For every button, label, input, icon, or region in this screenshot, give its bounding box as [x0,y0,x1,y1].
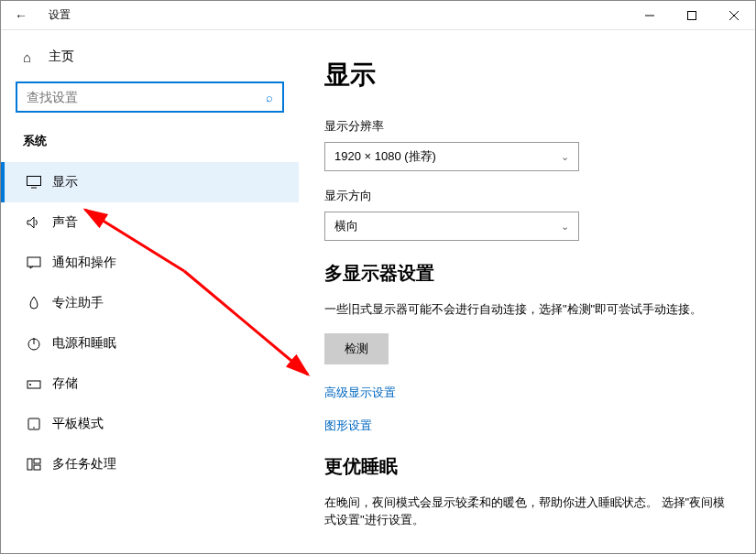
sleep-heading: 更优睡眠 [324,454,729,479]
sidebar-item-home[interactable]: ⌂ 主页 [1,39,299,74]
sidebar-item-tablet[interactable]: 平板模式 [1,404,299,444]
monitor-icon [27,176,52,189]
close-button[interactable] [713,1,755,30]
power-icon [27,336,52,351]
svg-marker-6 [27,217,34,228]
sidebar-item-label: 平板模式 [52,416,104,432]
sidebar-item-label: 显示 [52,174,78,190]
sidebar-item-notifications[interactable]: 通知和操作 [1,243,299,283]
advanced-display-link[interactable]: 高级显示设置 [324,385,729,401]
chevron-down-icon: ⌄ [561,221,569,233]
sidebar-item-power[interactable]: 电源和睡眠 [1,323,299,364]
focus-icon [27,296,52,310]
resolution-label: 显示分辨率 [324,118,729,135]
svg-rect-16 [34,465,40,470]
sidebar-item-label: 专注助手 [52,295,104,311]
home-icon: ⌂ [23,49,49,65]
resolution-select[interactable]: 1920 × 1080 (推荐) ⌄ [324,142,579,171]
detect-button[interactable]: 检测 [324,333,389,364]
sidebar-item-display[interactable]: 显示 [1,162,299,202]
sidebar-item-label: 声音 [52,214,78,231]
chevron-down-icon: ⌄ [561,151,569,163]
sidebar-category: 系统 [1,113,299,162]
sidebar-item-label: 存储 [52,375,78,392]
sleep-desc: 在晚间，夜间模式会显示较柔和的暖色，帮助你进入睡眠状态。 选择"夜间模式设置"进… [324,494,729,529]
tablet-icon [27,418,52,430]
maximize-button[interactable] [671,1,713,30]
sidebar-item-label: 通知和操作 [52,255,116,271]
orientation-value: 横向 [334,218,358,234]
multi-monitor-desc: 一些旧式显示器可能不会进行自动连接，选择"检测"即可尝试手动连接。 [324,300,729,319]
titlebar: ← 设置 [1,1,755,30]
multi-monitor-heading: 多显示器设置 [324,261,729,286]
orientation-select[interactable]: 横向 ⌄ [324,212,579,241]
svg-point-11 [29,384,31,386]
sidebar-item-focus[interactable]: 专注助手 [1,283,299,323]
sidebar-item-label: 电源和睡眠 [52,335,116,352]
sidebar-item-sound[interactable]: 声音 [1,202,299,243]
sound-icon [27,216,52,229]
back-button[interactable]: ← [1,8,41,23]
storage-icon [27,377,52,390]
svg-point-13 [33,427,35,429]
svg-rect-7 [27,257,40,266]
minimize-button[interactable] [629,1,671,30]
multitask-icon [27,458,52,471]
sidebar: ⌂ 主页 ⌕ 系统 显示 声音 通知和操作 专注助手 电源和睡眠 [1,30,299,553]
window-title: 设置 [41,7,629,23]
home-label: 主页 [49,49,74,65]
notification-icon [27,256,52,269]
svg-rect-4 [27,177,41,186]
svg-rect-1 [688,11,696,19]
sidebar-item-label: 多任务处理 [52,456,116,473]
sidebar-item-storage[interactable]: 存储 [1,364,299,404]
sidebar-item-multitask[interactable]: 多任务处理 [1,444,299,484]
search-icon: ⌕ [266,91,273,104]
page-title: 显示 [324,58,729,92]
svg-rect-15 [34,459,40,463]
orientation-label: 显示方向 [324,188,729,204]
svg-rect-14 [27,459,32,470]
content-pane: 显示 显示分辨率 1920 × 1080 (推荐) ⌄ 显示方向 横向 ⌄ 多显… [299,30,755,553]
search-input[interactable]: ⌕ [16,81,284,113]
resolution-value: 1920 × 1080 (推荐) [334,148,436,165]
search-field[interactable] [27,90,266,104]
graphics-settings-link[interactable]: 图形设置 [324,418,729,434]
